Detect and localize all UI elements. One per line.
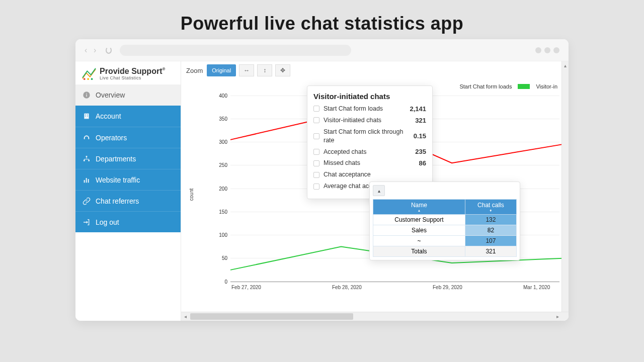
y-tick: 100	[219, 232, 227, 238]
y-tick: 400	[219, 93, 227, 99]
window-dot	[544, 47, 550, 53]
sidebar-item-operators[interactable]: Operators	[75, 127, 181, 148]
checkbox-icon[interactable]	[313, 149, 319, 155]
reload-icon[interactable]	[106, 47, 112, 54]
svg-rect-4	[86, 95, 87, 97]
back-icon[interactable]: ‹	[85, 46, 91, 55]
checkbox-icon[interactable]	[313, 133, 319, 139]
svg-rect-8	[87, 115, 88, 115]
sidebar-item-logout[interactable]: Log out	[75, 211, 181, 232]
vertical-scrollbar[interactable]: ▴	[561, 61, 569, 312]
svg-rect-10	[87, 116, 88, 116]
table-header-name[interactable]: Name▴	[373, 200, 465, 215]
checkbox-icon[interactable]	[313, 160, 319, 166]
info-icon	[83, 91, 91, 99]
main-panel: Zoom Original ↔ ↕ ✥ Start Chat form load…	[181, 61, 569, 321]
building-icon	[83, 112, 91, 120]
table-row-totals: Totals321	[373, 246, 517, 256]
nav-arrows: ‹ ›	[85, 46, 112, 55]
svg-point-2	[91, 78, 93, 80]
zoom-both-button[interactable]: ✥	[275, 64, 290, 76]
sidebar: Provide Support® Live Chat Statistics Ov…	[75, 61, 181, 321]
table-row: Sales82	[373, 225, 517, 235]
y-tick: 350	[219, 116, 227, 122]
y-tick: 50	[222, 255, 227, 261]
sidebar-item-label: Website traffic	[96, 176, 140, 184]
y-tick: 150	[219, 209, 227, 215]
checkbox-icon[interactable]	[313, 172, 319, 178]
sidebar-item-label: Operators	[96, 134, 127, 142]
table-row: ~107	[373, 235, 517, 246]
zoom-horizontal-button[interactable]: ↔	[239, 64, 254, 76]
zoom-label: Zoom	[186, 67, 203, 74]
sitemap-icon	[83, 155, 91, 163]
link-icon	[83, 197, 91, 205]
breakdown-popover: ▴ Name▴ Chat calls♦ Customer Support132 …	[369, 182, 520, 260]
hero-title: Powerful live chat statistics app	[0, 0, 644, 39]
browser-chrome: ‹ ›	[75, 39, 569, 61]
x-tick: Mar 1, 2020	[523, 285, 550, 290]
tooltip-row: Visitor-initiated chats321	[313, 116, 426, 125]
breakdown-table: Name▴ Chat calls♦ Customer Support132 Sa…	[373, 199, 517, 257]
svg-rect-6	[84, 114, 89, 119]
svg-point-0	[84, 78, 86, 80]
brand: Provide Support® Live Chat Statistics	[75, 61, 181, 84]
forward-icon[interactable]: ›	[94, 46, 100, 55]
y-tick: 250	[219, 162, 227, 168]
y-tick: 0	[224, 279, 227, 285]
zoom-original-button[interactable]: Original	[207, 64, 236, 76]
bars-icon	[83, 176, 91, 184]
table-row: Customer Support132	[373, 214, 517, 225]
scroll-right-icon[interactable]: ▸	[553, 312, 561, 321]
sidebar-item-label: Overview	[96, 91, 125, 99]
brand-name: Provide Support®	[100, 67, 165, 75]
logo-icon	[82, 67, 97, 80]
svg-rect-11	[86, 156, 88, 157]
sidebar-item-label: Departments	[96, 155, 136, 163]
tooltip-row: Start Chat form click through rate0.15	[313, 128, 426, 145]
sidebar-item-overview[interactable]: Overview	[75, 84, 181, 106]
y-axis-label: count	[189, 189, 194, 201]
checkbox-icon[interactable]	[313, 184, 319, 190]
url-bar[interactable]	[120, 45, 351, 56]
sidebar-item-label: Log out	[96, 218, 119, 226]
svg-rect-13	[88, 160, 90, 161]
brand-tagline: Live Chat Statistics	[100, 75, 165, 80]
collapse-button[interactable]: ▴	[373, 185, 385, 196]
scroll-up-icon[interactable]: ▴	[562, 61, 569, 69]
tooltip-row: Start Chat form loads2,141	[313, 105, 426, 113]
horizontal-scrollbar[interactable]: ◂ ▸	[181, 312, 569, 321]
tooltip-row: Accepted chats235	[313, 148, 426, 156]
sidebar-item-website-traffic[interactable]: Website traffic	[75, 169, 181, 190]
sidebar-item-departments[interactable]: Departments	[75, 148, 181, 169]
checkbox-icon[interactable]	[313, 117, 319, 123]
svg-rect-9	[85, 116, 86, 116]
svg-rect-12	[84, 160, 85, 161]
scroll-thumb[interactable]	[190, 313, 353, 320]
chrome-right	[535, 47, 559, 53]
zoom-vertical-button[interactable]: ↕	[257, 64, 272, 76]
x-tick: Feb 28, 2020	[332, 285, 362, 290]
tooltip-title: Visitor-initiated chats	[313, 92, 426, 101]
browser-window: ‹ › Provide Support®	[75, 39, 569, 321]
svg-rect-14	[84, 180, 85, 183]
window-dot	[553, 47, 559, 53]
y-tick: 200	[219, 186, 227, 192]
headset-icon	[83, 134, 91, 142]
zoom-toolbar: Zoom Original ↔ ↕ ✥	[183, 63, 561, 76]
y-tick: 300	[219, 139, 227, 145]
table-header-calls[interactable]: Chat calls♦	[465, 200, 516, 215]
checkbox-icon[interactable]	[313, 106, 319, 112]
x-tick: Feb 29, 2020	[433, 285, 462, 290]
tooltip-row: Missed chats86	[313, 159, 426, 167]
svg-rect-16	[88, 179, 89, 183]
sidebar-item-chat-referrers[interactable]: Chat referrers	[75, 190, 181, 211]
tooltip-row: Chat acceptance	[313, 170, 426, 179]
svg-point-1	[87, 78, 89, 80]
window-dot	[535, 47, 541, 53]
svg-rect-5	[86, 93, 87, 94]
sidebar-item-label: Chat referrers	[96, 197, 139, 205]
scroll-left-icon[interactable]: ◂	[181, 312, 189, 321]
logout-icon	[83, 218, 91, 226]
sidebar-item-account[interactable]: Account	[75, 106, 181, 127]
